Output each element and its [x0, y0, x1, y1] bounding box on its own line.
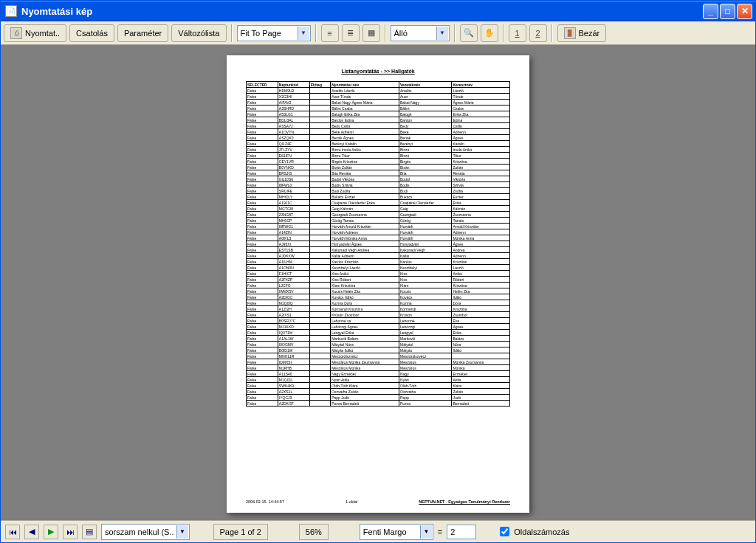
report-table: SELECTEDNeptunkódElőtagNyomtatási névVez… [246, 81, 510, 407]
report-footer: 2006.02.15. 14:44:57 1.oldal NEPTUN.NET … [246, 499, 510, 504]
prev-page-button[interactable]: ◀ [24, 525, 39, 539]
changelist-button[interactable]: Változólista [171, 24, 226, 42]
window-title: Nyomtatási kép [21, 6, 92, 17]
table-row: FalseBRSJISBita RenátaBitaRenáta [247, 170, 510, 176]
chevron-down-icon: ▼ [176, 525, 188, 539]
page-2-button[interactable]: 2 [529, 24, 547, 42]
parameter-button[interactable]: Paraméter [117, 24, 168, 42]
sort-combo[interactable]: sorszam nelkul (S..▼ [101, 524, 190, 540]
footer-timestamp: 2006.02.15. 14:44:57 [246, 499, 284, 504]
table-row: FalseMH0CPGörög TamásGörögTamás [247, 218, 510, 224]
chevron-down-icon: ▼ [298, 27, 309, 40]
table-row: FalseA2DKGFPozza BernadettPozzaBernadett [247, 401, 510, 407]
attach-button[interactable]: Csatolás [69, 24, 114, 42]
page-indicator: Page 1 of 2 [213, 524, 268, 540]
table-row: FalseAIFAV2Bakai-Nagy Ágnes MáriaBakai-N… [247, 100, 510, 106]
table-row: FalseHDM9U2Aradits LászlóAraditsLászló [247, 88, 510, 94]
zoom-button[interactable]: 🔍 [460, 24, 478, 42]
view-mode-2-button[interactable]: ≣ [342, 24, 360, 42]
footer-page: 1.oldal [346, 499, 357, 504]
table-row: FalseE61IFNBiczó TiborBiczóTibor [247, 153, 510, 159]
table-row: FalseJTLZYVBiczó Imola AnikóBiczóImola A… [247, 147, 510, 153]
table-row: FalseB0SFD7CLehonné vaLehonnéÉva [247, 318, 510, 324]
chevron-down-icon: ▼ [420, 525, 432, 539]
table-row: FalseX2G3HIAuer TündeAuerTünde [247, 94, 510, 100]
table-row: FalseA5SLG1Balogh Erika ZitaBaloghErika … [247, 111, 510, 117]
page-numbering-checkbox[interactable] [500, 527, 509, 536]
table-row: FalseLJCFGKlam KrisztinaKlamKrisztina [247, 283, 510, 288]
view-mode-1-button[interactable]: ≡ [321, 24, 339, 42]
preview-area[interactable]: Listanyomtatás - >> Hallgatók SELECTEDNe… [1, 45, 755, 520]
hand-button[interactable]: ✋ [481, 24, 498, 42]
door-icon: 🚪 [564, 27, 576, 39]
titlebar: 📄 Nyomtatási kép _ □ ✕ [1, 1, 755, 21]
close-button[interactable]: 🚪Bezár [557, 24, 607, 42]
table-row: FalseASZQK0Benák ÁgnesBenákÁgnes [247, 135, 510, 141]
minimize-button[interactable]: _ [703, 4, 718, 19]
table-row: FalseGU10S6Bodal ViktóriaBodalViktória [247, 176, 510, 182]
col-header: Előtag [309, 82, 331, 88]
printer-icon: ⎙ [10, 27, 22, 39]
table-row: FalseB0YNKDBizán ZoltánBizánZoltán [247, 165, 510, 170]
options-button[interactable]: ▤ [82, 525, 97, 539]
footer-system: NEPTUN.NET - Egységes Tanulmányi Rendsze… [419, 499, 510, 504]
next-page-button[interactable]: ▶ [44, 525, 58, 539]
table-row: FalseSWK4K9Oláh-Tóth KláraOláh-TóthKlára [247, 383, 510, 389]
table-row: FalseA14ZINHorváth AdriennHorváthAdrienn [247, 229, 510, 235]
table-row: FalseQI1Z4FBerényi KatalinBerényiKatalin [247, 141, 510, 147]
col-header: Vezetéknév [399, 82, 452, 88]
table-row: FalseI0OGMVMátyásl NóraMátyáslNóra [247, 342, 510, 347]
table-row: FalseI8FWL0Bodis SzilviaBodisSzilvia [247, 182, 510, 188]
table-row: FalseM1PHBMészáros MónikaMészárosMónika [247, 365, 510, 371]
table-row: FalseF1HICTKiss AnikóKissAnikó [247, 271, 510, 277]
table-row: FalseA2XS1LOszvatha ZoltánOszvathaZoltán [247, 389, 510, 395]
page-1-button[interactable]: 1 [509, 24, 526, 42]
table-row: FalseMHIDLYBukács EszterBukácsEszter [247, 194, 510, 200]
zoom-indicator: 56% [299, 524, 329, 540]
table-row: FalseMNH11RMeszörölszvéczMeszörölszvécz [247, 353, 510, 359]
table-row: FalseA3SHRDBálint CsabaBálintCsaba [247, 106, 510, 111]
table-row: FalseCEY1VRBirgés KrisztinaBirgésKriszti… [247, 159, 510, 165]
table-row: FalseIDMXSIMészáros Mónika ZsuzsannaMész… [247, 359, 510, 365]
maximize-button[interactable]: □ [720, 4, 735, 19]
grid-button[interactable]: ▦ [362, 24, 380, 42]
table-row: FalseA1ZI2HKörmendi KrisztinaKörmendiKri… [247, 306, 510, 312]
report-title: Listanyomtatás - >> Hallgatók [246, 69, 510, 74]
table-row: FalseA1AL1WMarkoviti BalázsMarkovitiBalá… [247, 336, 510, 342]
col-header: Neptunkód [278, 82, 309, 88]
window: 📄 Nyomtatási kép _ □ ✕ ⎙Nyomtat.. Csatol… [0, 0, 756, 543]
report-page: Listanyomtatás - >> Hallgatók SELECTEDNe… [227, 55, 529, 513]
table-row: FalseA0IKL3Horváth Mónika AnnaHorváthMón… [247, 235, 510, 241]
table-row: FalseA11S40Nagy ErzsébetNagyErzsébet [247, 371, 510, 377]
first-page-button[interactable]: ⏮ [5, 525, 20, 539]
table-row: FalseIYQCJ3Papp JuditPappJudit [247, 395, 510, 401]
chevron-down-icon: ▼ [436, 27, 448, 40]
table-row: FalseAJ95XIHunyadvári ÁgnesHunyadváriÁgn… [247, 241, 510, 247]
orientation-combo[interactable]: Álló▼ [391, 25, 450, 41]
equals-label: = [438, 528, 442, 536]
table-row: FalseAJDKXWKállai AdriennKállaiAdrienn [247, 253, 510, 259]
table-row: FalseIQV71MLengyel ErikaLengyelErika [247, 330, 510, 336]
table-row: FalseA1ILHMKardos KrisztiánKardosKriszti… [247, 259, 510, 265]
table-row: FalseM1Q0IQKozma DóraKozmaDóra [247, 300, 510, 306]
close-window-button[interactable]: ✕ [737, 4, 752, 19]
fit-combo[interactable]: Fit To Page▼ [237, 25, 311, 41]
table-row: FalseM11KKDLehóczgi ÁgnesLehóczgiÁgnes [247, 324, 510, 330]
table-row: FalseA2IXS1Krüsón ZsomborKrüsónZsombor [247, 312, 510, 318]
table-row: FalseI0RWG1Horváth Arnold KrisztiánHorvá… [247, 224, 510, 229]
table-row: FalseMGTGI8Geig KálmánGeigKálmán [247, 206, 510, 212]
toolbar: ⎙Nyomtat.. Csatolás Paraméter Változólis… [1, 21, 755, 45]
col-header: Nyomtatási név [331, 82, 399, 88]
app-icon: 📄 [5, 5, 17, 17]
table-row: FalseA1ON0NKeszthelyi LászlóKeszthelyiLá… [247, 265, 510, 271]
table-row: FalseA19J1CCsajtainé Olenderfer ErikaCsa… [247, 200, 510, 206]
table-row: FalseBDU3ALBardon EdinaBardonEdina [247, 117, 510, 123]
last-page-button[interactable]: ⏭ [63, 525, 78, 539]
print-button[interactable]: ⎙Nyomtat.. [4, 24, 66, 42]
table-row: FalseEST1SBKakonadi Végh AndreaKakonadi … [247, 247, 510, 253]
page-numbering-label: Oldalszámozás [514, 528, 569, 536]
margin-value-input[interactable] [447, 525, 476, 539]
col-header: Keresztnév [452, 82, 510, 88]
table-row: FalseA2DICCKovács IldikóKovácsIldikó [247, 294, 510, 300]
margin-combo[interactable]: Fenti Margo▼ [360, 524, 433, 540]
